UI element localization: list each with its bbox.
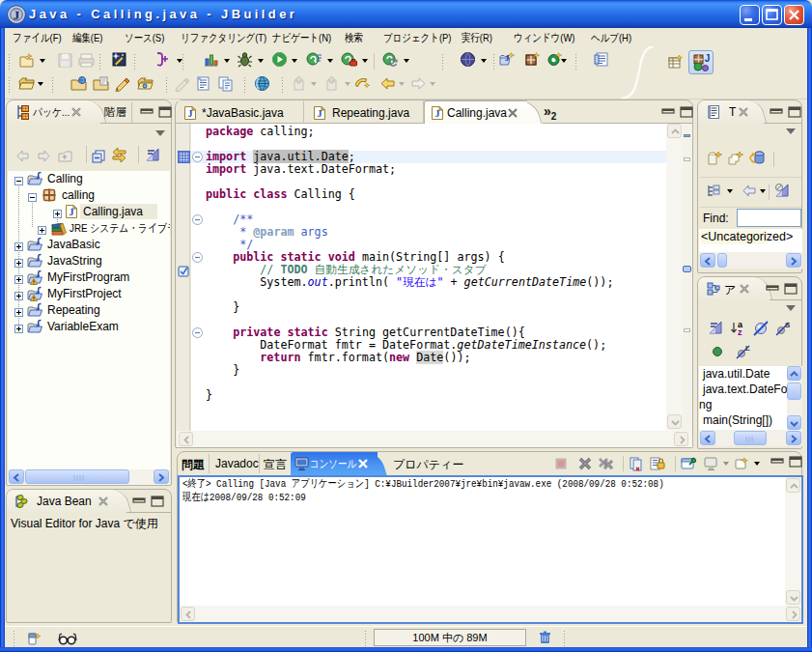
svg-text:L: L xyxy=(745,344,750,353)
svg-text:S: S xyxy=(785,321,791,329)
svg-text:z: z xyxy=(738,327,742,337)
svg-text:J: J xyxy=(14,8,20,22)
svg-text:J: J xyxy=(505,53,510,63)
svg-text:J: J xyxy=(705,53,711,64)
